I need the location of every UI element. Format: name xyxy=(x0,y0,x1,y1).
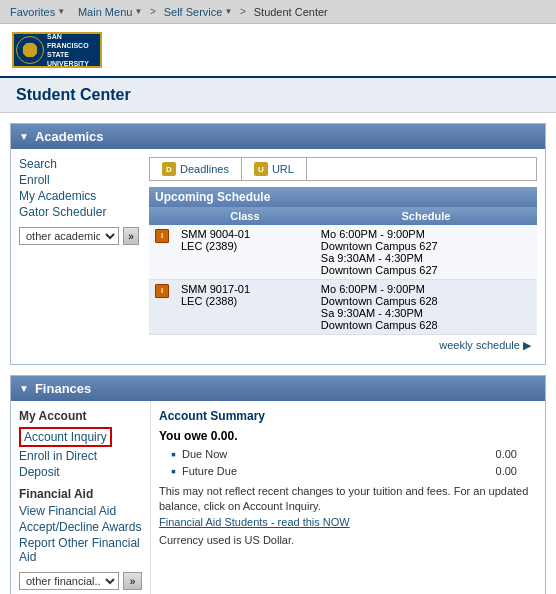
account-note: This may not reflect recent changes to y… xyxy=(159,484,537,530)
account-summary-title: Account Summary xyxy=(159,409,537,423)
tab-url[interactable]: U URL xyxy=(242,158,307,180)
weekly-schedule-link[interactable]: weekly schedule ▶ xyxy=(439,339,531,351)
academics-link-myacademics[interactable]: My Academics xyxy=(19,189,139,203)
academics-link-scheduler[interactable]: Gator Scheduler xyxy=(19,205,139,219)
selfservice-label: Self Service xyxy=(164,6,223,18)
mainmenu-arrow: ▼ xyxy=(134,7,142,16)
favorites-label: Favorites xyxy=(10,6,55,18)
deadlines-icon: D xyxy=(162,162,176,176)
academics-dropdown-row: other academic... » xyxy=(19,227,139,245)
tab-deadlines[interactable]: D Deadlines xyxy=(150,158,242,180)
finances-dropdown-row: other financial... » xyxy=(19,572,142,590)
favorites-nav[interactable]: Favorites ▼ xyxy=(6,6,69,18)
class-icon-1: i xyxy=(155,229,169,243)
academics-link-search[interactable]: Search xyxy=(19,157,139,171)
table-row: i SMM 9004-01 LEC (2389) Mo 6:00PM - 9:0… xyxy=(149,225,537,280)
academics-left-links: Search Enroll My Academics Gator Schedul… xyxy=(19,157,139,356)
logo-box: San Francisco State University xyxy=(12,32,102,68)
finances-toggle-icon[interactable]: ▼ xyxy=(19,383,29,394)
class-schedule-2: Mo 6:00PM - 9:00PM Downtown Campus 628 S… xyxy=(315,280,537,335)
col-icon-header xyxy=(149,207,175,225)
sep2: > xyxy=(147,6,158,17)
url-icon: U xyxy=(254,162,268,176)
class-icon-cell-2: i xyxy=(149,280,175,335)
sched-line-2-2: Downtown Campus 628 xyxy=(321,295,531,307)
mainmenu-nav[interactable]: Main Menu ▼ xyxy=(74,6,146,18)
top-nav: Favorites ▼ Main Menu ▼ > Self Service ▼… xyxy=(0,0,556,24)
mainmenu-label: Main Menu xyxy=(78,6,132,18)
my-account-title: My Account xyxy=(19,409,142,423)
academics-right-content: D Deadlines U URL Upcoming Schedule Clas… xyxy=(149,157,537,356)
schedule-title: Upcoming Schedule xyxy=(149,187,537,207)
sched-line-2-1: Mo 6:00PM - 9:00PM xyxy=(321,283,531,295)
academics-panel: ▼ Academics Search Enroll My Academics G… xyxy=(10,123,546,365)
future-due-label: Future Due xyxy=(182,465,487,477)
finances-dropdown[interactable]: other financial... xyxy=(19,572,119,590)
finances-panel: ▼ Finances My Account Account Inquiry En… xyxy=(10,375,546,594)
class-code-1: SMM 9004-01 xyxy=(181,228,309,240)
tab-url-label: URL xyxy=(272,163,294,175)
sep1 xyxy=(70,6,73,17)
class-code-2: SMM 9017-01 xyxy=(181,283,309,295)
future-due-bullet: ▪ xyxy=(171,464,176,478)
class-info-1: SMM 9004-01 LEC (2389) xyxy=(175,225,315,280)
weekly-arrow-icon: ▶ xyxy=(523,339,531,351)
finances-link-accept[interactable]: Accept/Decline Awards xyxy=(19,520,142,534)
page-title: Student Center xyxy=(16,86,540,104)
academics-go-button[interactable]: » xyxy=(123,227,139,245)
weekly-schedule-label: weekly schedule xyxy=(439,339,520,351)
finances-link-enroll-direct[interactable]: Enroll in Direct xyxy=(19,449,142,463)
sched-line-1-3: Sa 9:30AM - 4:30PM xyxy=(321,252,531,264)
col-class-header: Class xyxy=(175,207,315,225)
future-due-row: ▪ Future Due 0.00 xyxy=(159,464,537,478)
finances-header: ▼ Finances xyxy=(11,376,545,401)
currency-note: Currency used is US Dollar. xyxy=(159,534,537,546)
due-now-bullet: ▪ xyxy=(171,447,176,461)
selfservice-arrow: ▼ xyxy=(224,7,232,16)
due-now-value: 0.00 xyxy=(487,448,517,460)
logo-text: San Francisco State University xyxy=(47,32,98,68)
sched-line-1-2: Downtown Campus 627 xyxy=(321,240,531,252)
finances-link-inquiry[interactable]: Account Inquiry xyxy=(19,427,112,447)
sched-line-1-1: Mo 6:00PM - 9:00PM xyxy=(321,228,531,240)
finances-link-report[interactable]: Report Other Financial Aid xyxy=(19,536,142,564)
current-nav: Student Center xyxy=(250,6,332,18)
class-schedule-1: Mo 6:00PM - 9:00PM Downtown Campus 627 S… xyxy=(315,225,537,280)
tab-deadlines-label: Deadlines xyxy=(180,163,229,175)
current-label: Student Center xyxy=(254,6,328,18)
finances-go-icon: » xyxy=(130,576,136,587)
logo-seal xyxy=(16,36,44,64)
selfservice-nav[interactable]: Self Service ▼ xyxy=(160,6,237,18)
table-row: i SMM 9017-01 LEC (2388) Mo 6:00PM - 9:0… xyxy=(149,280,537,335)
account-note-text: This may not reflect recent changes to y… xyxy=(159,485,528,512)
financial-aid-title: Financial Aid xyxy=(19,487,142,501)
academics-toggle-icon[interactable]: ▼ xyxy=(19,131,29,142)
finances-go-button[interactable]: » xyxy=(123,572,142,590)
future-due-value: 0.00 xyxy=(487,465,517,477)
due-now-row: ▪ Due Now 0.00 xyxy=(159,447,537,461)
finances-body: My Account Account Inquiry Enroll in Dir… xyxy=(11,401,545,594)
academics-title: Academics xyxy=(35,129,104,144)
academics-header: ▼ Academics xyxy=(11,124,545,149)
academics-link-enroll[interactable]: Enroll xyxy=(19,173,139,187)
class-info-2: SMM 9017-01 LEC (2388) xyxy=(175,280,315,335)
finances-link-view-fa[interactable]: View Financial Aid xyxy=(19,504,142,518)
academics-dropdown[interactable]: other academic... xyxy=(19,227,119,245)
sched-line-2-3: Sa 9:30AM - 4:30PM xyxy=(321,307,531,319)
finances-link-deposit[interactable]: Deposit xyxy=(19,465,142,479)
sched-line-1-4: Downtown Campus 627 xyxy=(321,264,531,276)
sep3: > xyxy=(237,6,248,17)
financial-aid-students-link[interactable]: Financial Aid Students - read this NOW xyxy=(159,516,350,528)
finances-left: My Account Account Inquiry Enroll in Dir… xyxy=(11,401,151,594)
page-title-bar: Student Center xyxy=(0,78,556,113)
finances-title: Finances xyxy=(35,381,91,396)
header-bar: San Francisco State University xyxy=(0,24,556,78)
class-section-1: LEC (2389) xyxy=(181,240,309,252)
col-schedule-header: Schedule xyxy=(315,207,537,225)
academics-go-icon: » xyxy=(128,231,134,242)
due-now-label: Due Now xyxy=(182,448,487,460)
favorites-arrow: ▼ xyxy=(57,7,65,16)
class-icon-cell: i xyxy=(149,225,175,280)
account-summary: Account Summary You owe 0.00. ▪ Due Now … xyxy=(151,401,545,594)
academics-body: Search Enroll My Academics Gator Schedul… xyxy=(11,149,545,364)
